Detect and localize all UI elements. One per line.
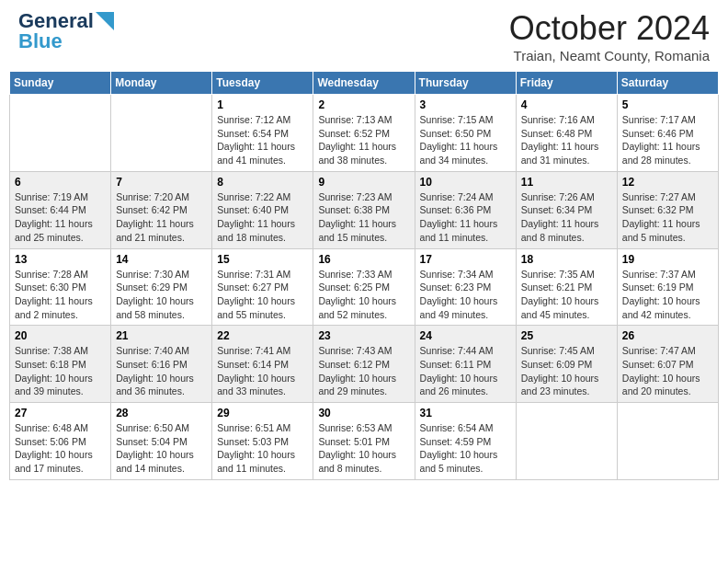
table-row: 4 Sunrise: 7:16 AMSunset: 6:48 PMDayligh… — [516, 95, 617, 172]
day-number: 13 — [15, 253, 106, 266]
day-info: Sunrise: 6:54 AMSunset: 4:59 PMDaylight:… — [420, 422, 498, 474]
day-info: Sunrise: 7:26 AMSunset: 6:34 PMDaylight:… — [521, 191, 599, 243]
day-number: 14 — [116, 253, 207, 266]
day-info: Sunrise: 7:24 AMSunset: 6:36 PMDaylight:… — [420, 191, 498, 243]
table-row — [111, 95, 212, 172]
day-number: 18 — [521, 253, 612, 266]
logo-icon — [96, 12, 114, 30]
table-row — [10, 95, 111, 172]
table-row: 21 Sunrise: 7:40 AMSunset: 6:16 PMDaylig… — [111, 326, 212, 403]
day-number: 22 — [217, 329, 308, 342]
col-monday: Monday — [111, 72, 212, 95]
day-number: 20 — [15, 329, 106, 342]
day-number: 24 — [420, 329, 511, 342]
table-row: 6 Sunrise: 7:19 AMSunset: 6:44 PMDayligh… — [10, 171, 111, 248]
col-sunday: Sunday — [10, 72, 111, 95]
col-friday: Friday — [516, 72, 617, 95]
day-info: Sunrise: 6:51 AMSunset: 5:03 PMDaylight:… — [217, 422, 295, 474]
table-row: 18 Sunrise: 7:35 AMSunset: 6:21 PMDaylig… — [516, 248, 617, 326]
calendar-header-row: Sunday Monday Tuesday Wednesday Thursday… — [10, 72, 719, 95]
day-number: 29 — [217, 407, 308, 419]
day-number: 8 — [217, 176, 308, 189]
day-info: Sunrise: 7:28 AMSunset: 6:30 PMDaylight:… — [15, 269, 93, 320]
day-info: Sunrise: 7:34 AMSunset: 6:23 PMDaylight:… — [420, 269, 498, 320]
day-info: Sunrise: 7:13 AMSunset: 6:52 PMDaylight:… — [318, 114, 396, 166]
calendar-table: Sunday Monday Tuesday Wednesday Thursday… — [9, 71, 719, 480]
day-info: Sunrise: 7:33 AMSunset: 6:25 PMDaylight:… — [318, 269, 396, 320]
table-row: 16 Sunrise: 7:33 AMSunset: 6:25 PMDaylig… — [313, 248, 415, 326]
day-info: Sunrise: 7:43 AMSunset: 6:12 PMDaylight:… — [318, 345, 396, 396]
day-info: Sunrise: 7:45 AMSunset: 6:09 PMDaylight:… — [521, 345, 599, 396]
table-row: 25 Sunrise: 7:45 AMSunset: 6:09 PMDaylig… — [516, 326, 617, 403]
calendar-week-row: 27 Sunrise: 6:48 AMSunset: 5:06 PMDaylig… — [10, 403, 719, 480]
table-row: 9 Sunrise: 7:23 AMSunset: 6:38 PMDayligh… — [313, 171, 415, 248]
day-info: Sunrise: 7:44 AMSunset: 6:11 PMDaylight:… — [420, 345, 498, 396]
table-row: 26 Sunrise: 7:47 AMSunset: 6:07 PMDaylig… — [617, 326, 718, 403]
table-row — [617, 403, 718, 480]
day-number: 6 — [15, 176, 106, 189]
day-number: 7 — [116, 176, 207, 189]
calendar-week-row: 1 Sunrise: 7:12 AMSunset: 6:54 PMDayligh… — [10, 95, 719, 172]
table-row: 10 Sunrise: 7:24 AMSunset: 6:36 PMDaylig… — [415, 171, 516, 248]
table-row: 28 Sunrise: 6:50 AMSunset: 5:04 PMDaylig… — [111, 403, 212, 480]
day-number: 28 — [116, 407, 207, 419]
table-row: 7 Sunrise: 7:20 AMSunset: 6:42 PMDayligh… — [111, 171, 212, 248]
table-row: 12 Sunrise: 7:27 AMSunset: 6:32 PMDaylig… — [617, 171, 718, 248]
calendar-week-row: 13 Sunrise: 7:28 AMSunset: 6:30 PMDaylig… — [10, 248, 719, 326]
col-saturday: Saturday — [617, 72, 718, 95]
day-info: Sunrise: 7:15 AMSunset: 6:50 PMDaylight:… — [420, 114, 498, 166]
page-header: General Blue October 2024 Traian, Neamt … — [9, 9, 719, 63]
table-row: 1 Sunrise: 7:12 AMSunset: 6:54 PMDayligh… — [212, 95, 313, 172]
day-number: 27 — [15, 407, 106, 419]
table-row: 8 Sunrise: 7:22 AMSunset: 6:40 PMDayligh… — [212, 171, 313, 248]
day-number: 25 — [521, 329, 612, 342]
day-number: 2 — [318, 98, 409, 111]
day-number: 4 — [521, 98, 612, 111]
table-row: 5 Sunrise: 7:17 AMSunset: 6:46 PMDayligh… — [617, 95, 718, 172]
day-info: Sunrise: 7:47 AMSunset: 6:07 PMDaylight:… — [622, 345, 700, 396]
day-info: Sunrise: 7:41 AMSunset: 6:14 PMDaylight:… — [217, 345, 295, 396]
table-row: 15 Sunrise: 7:31 AMSunset: 6:27 PMDaylig… — [212, 248, 313, 326]
calendar-week-row: 6 Sunrise: 7:19 AMSunset: 6:44 PMDayligh… — [10, 171, 719, 248]
calendar-week-row: 20 Sunrise: 7:38 AMSunset: 6:18 PMDaylig… — [10, 326, 719, 403]
day-info: Sunrise: 6:53 AMSunset: 5:01 PMDaylight:… — [318, 422, 396, 474]
day-info: Sunrise: 7:27 AMSunset: 6:32 PMDaylight:… — [622, 191, 700, 243]
table-row: 27 Sunrise: 6:48 AMSunset: 5:06 PMDaylig… — [10, 403, 111, 480]
day-number: 16 — [318, 253, 409, 266]
day-info: Sunrise: 7:35 AMSunset: 6:21 PMDaylight:… — [521, 269, 599, 320]
day-number: 12 — [622, 176, 713, 189]
table-row: 20 Sunrise: 7:38 AMSunset: 6:18 PMDaylig… — [10, 326, 111, 403]
col-wednesday: Wednesday — [313, 72, 415, 95]
day-number: 17 — [420, 253, 511, 266]
day-info: Sunrise: 7:19 AMSunset: 6:44 PMDaylight:… — [15, 191, 93, 243]
day-info: Sunrise: 6:48 AMSunset: 5:06 PMDaylight:… — [15, 422, 93, 474]
table-row: 11 Sunrise: 7:26 AMSunset: 6:34 PMDaylig… — [516, 171, 617, 248]
table-row: 30 Sunrise: 6:53 AMSunset: 5:01 PMDaylig… — [313, 403, 415, 480]
day-info: Sunrise: 7:20 AMSunset: 6:42 PMDaylight:… — [116, 191, 194, 243]
title-block: October 2024 Traian, Neamt County, Roman… — [509, 9, 710, 63]
day-number: 10 — [420, 176, 511, 189]
day-number: 26 — [622, 329, 713, 342]
location: Traian, Neamt County, Romania — [509, 48, 710, 63]
table-row: 24 Sunrise: 7:44 AMSunset: 6:11 PMDaylig… — [415, 326, 516, 403]
day-info: Sunrise: 7:31 AMSunset: 6:27 PMDaylight:… — [217, 269, 295, 320]
table-row: 3 Sunrise: 7:15 AMSunset: 6:50 PMDayligh… — [415, 95, 516, 172]
day-info: Sunrise: 7:23 AMSunset: 6:38 PMDaylight:… — [318, 191, 396, 243]
table-row: 29 Sunrise: 6:51 AMSunset: 5:03 PMDaylig… — [212, 403, 313, 480]
table-row: 14 Sunrise: 7:30 AMSunset: 6:29 PMDaylig… — [111, 248, 212, 326]
day-number: 31 — [420, 407, 511, 419]
day-number: 15 — [217, 253, 308, 266]
table-row: 23 Sunrise: 7:43 AMSunset: 6:12 PMDaylig… — [313, 326, 415, 403]
logo: General Blue — [18, 9, 114, 53]
table-row: 31 Sunrise: 6:54 AMSunset: 4:59 PMDaylig… — [415, 403, 516, 480]
table-row: 2 Sunrise: 7:13 AMSunset: 6:52 PMDayligh… — [313, 95, 415, 172]
day-info: Sunrise: 7:16 AMSunset: 6:48 PMDaylight:… — [521, 114, 599, 166]
col-thursday: Thursday — [415, 72, 516, 95]
day-info: Sunrise: 7:17 AMSunset: 6:46 PMDaylight:… — [622, 114, 700, 166]
table-row: 22 Sunrise: 7:41 AMSunset: 6:14 PMDaylig… — [212, 326, 313, 403]
day-number: 9 — [318, 176, 409, 189]
logo-blue: Blue — [18, 29, 63, 53]
day-info: Sunrise: 7:37 AMSunset: 6:19 PMDaylight:… — [622, 269, 700, 320]
day-info: Sunrise: 7:40 AMSunset: 6:16 PMDaylight:… — [116, 345, 194, 396]
table-row: 13 Sunrise: 7:28 AMSunset: 6:30 PMDaylig… — [10, 248, 111, 326]
